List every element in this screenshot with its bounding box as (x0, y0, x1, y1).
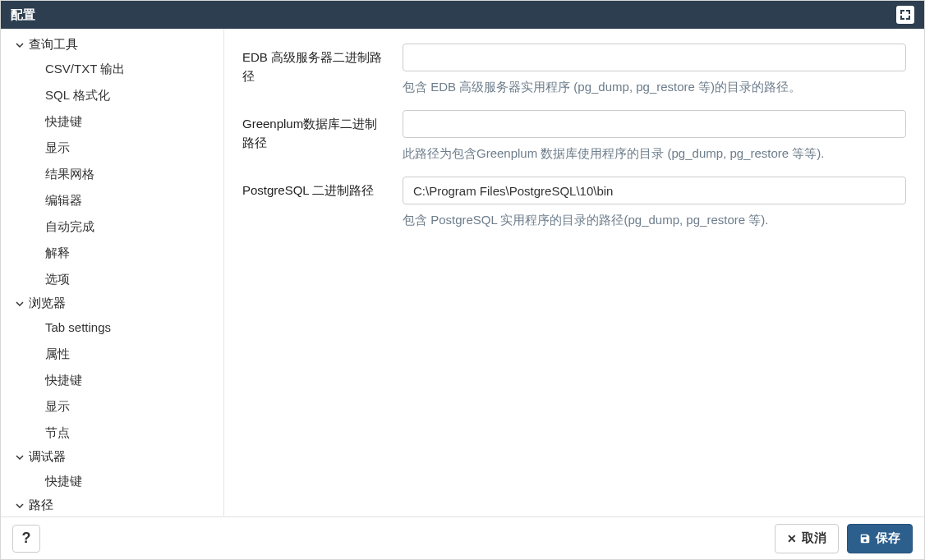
form-field: 此路径为包含Greenplum 数据库使用程序的目录 (pg_dump, pg_… (403, 110, 906, 162)
sidebar-category[interactable]: 调试器 (1, 446, 223, 468)
save-icon (859, 533, 871, 544)
dialog-footer: ? ✕ 取消 保存 (1, 516, 924, 559)
dialog-title: 配置 (11, 7, 35, 23)
sidebar-item[interactable]: 显示 (1, 135, 223, 161)
form-field: 包含 PostgreSQL 实用程序的目录的路径(pg_dump, pg_res… (403, 177, 906, 228)
sidebar-category[interactable]: 浏览器 (1, 292, 223, 314)
chevron-down-icon (14, 300, 25, 308)
sidebar-item[interactable]: 节点 (1, 420, 223, 446)
help-icon: ? (22, 530, 31, 547)
sidebar-category-label: 调试器 (29, 449, 66, 465)
sidebar-item[interactable]: 选项 (1, 266, 223, 292)
sidebar-item-label: CSV/TXT 输出 (45, 62, 125, 76)
maximize-icon (900, 8, 910, 22)
save-label: 保存 (876, 530, 900, 546)
sidebar-item-label: 显示 (45, 140, 70, 154)
sidebar-item-label: 快捷键 (45, 114, 82, 128)
form-field: 包含 EDB 高级服务器实用程序 (pg_dump, pg_restore 等)… (403, 44, 906, 95)
binary-path-input[interactable] (403, 110, 906, 138)
sidebar-item[interactable]: 解释 (1, 240, 223, 266)
footer-actions: ✕ 取消 保存 (775, 524, 913, 553)
sidebar-item-label: 节点 (45, 425, 70, 439)
cancel-button[interactable]: ✕ 取消 (775, 524, 839, 553)
chevron-down-icon (14, 502, 25, 510)
sidebar-item-label: 选项 (45, 272, 70, 286)
save-button[interactable]: 保存 (847, 524, 913, 553)
sidebar-item[interactable]: 结果网格 (1, 161, 223, 187)
sidebar-item-label: Tab settings (45, 320, 111, 334)
form-label: PostgreSQL 二进制路径 (242, 177, 403, 228)
preferences-content: EDB 高级服务器二进制路径包含 EDB 高级服务器实用程序 (pg_dump,… (224, 29, 924, 516)
preferences-sidebar[interactable]: 查询工具CSV/TXT 输出SQL 格式化快捷键显示结果网格编辑器自动完成解释选… (1, 29, 224, 516)
cancel-label: 取消 (802, 530, 826, 546)
form-row: PostgreSQL 二进制路径包含 PostgreSQL 实用程序的目录的路径… (242, 177, 906, 228)
sidebar-item-label: 编辑器 (45, 193, 82, 207)
sidebar-item[interactable]: 快捷键 (1, 367, 223, 393)
form-row: EDB 高级服务器二进制路径包含 EDB 高级服务器实用程序 (pg_dump,… (242, 44, 906, 95)
sidebar-item-label: 快捷键 (45, 373, 82, 387)
sidebar-item-label: 快捷键 (45, 474, 82, 488)
dialog-body: 查询工具CSV/TXT 输出SQL 格式化快捷键显示结果网格编辑器自动完成解释选… (1, 29, 924, 516)
sidebar-item-label: SQL 格式化 (45, 88, 110, 102)
chevron-down-icon (14, 41, 25, 49)
titlebar: 配置 (1, 1, 924, 29)
binary-path-input[interactable] (403, 177, 906, 204)
sidebar-item-label: 解释 (45, 246, 70, 259)
sidebar-item-label: 结果网格 (45, 167, 94, 181)
sidebar-category-label: 查询工具 (29, 37, 78, 53)
sidebar-item-label: 属性 (45, 347, 70, 360)
sidebar-category[interactable]: 路径 (1, 494, 223, 516)
chevron-down-icon (14, 453, 25, 461)
sidebar-item[interactable]: CSV/TXT 输出 (1, 56, 223, 82)
form-label: Greenplum数据库二进制路径 (242, 110, 403, 162)
form-help-text: 此路径为包含Greenplum 数据库使用程序的目录 (pg_dump, pg_… (403, 145, 906, 162)
maximize-button[interactable] (896, 6, 914, 24)
form-label: EDB 高级服务器二进制路径 (242, 44, 403, 95)
sidebar-item[interactable]: 快捷键 (1, 108, 223, 135)
preferences-dialog: 配置 查询工具CSV/TXT 输出SQL 格式化快捷键显示结果网格编辑器自动完成… (0, 0, 925, 560)
sidebar-item-label: 显示 (45, 399, 70, 413)
help-button[interactable]: ? (12, 525, 40, 553)
close-icon: ✕ (787, 532, 797, 545)
sidebar-item[interactable]: 显示 (1, 393, 223, 420)
sidebar-item[interactable]: 快捷键 (1, 468, 223, 494)
sidebar-item[interactable]: 编辑器 (1, 187, 223, 213)
sidebar-item[interactable]: SQL 格式化 (1, 82, 223, 108)
sidebar-item[interactable]: Tab settings (1, 314, 223, 341)
binary-path-input[interactable] (403, 44, 906, 71)
form-help-text: 包含 PostgreSQL 实用程序的目录的路径(pg_dump, pg_res… (403, 211, 906, 228)
form-row: Greenplum数据库二进制路径此路径为包含Greenplum 数据库使用程序… (242, 110, 906, 162)
sidebar-item[interactable]: 自动完成 (1, 213, 223, 240)
sidebar-category[interactable]: 查询工具 (1, 34, 223, 56)
sidebar-category-label: 浏览器 (29, 296, 66, 311)
sidebar-category-label: 路径 (29, 498, 53, 513)
sidebar-item-label: 自动完成 (45, 219, 94, 233)
sidebar-item[interactable]: 属性 (1, 341, 223, 367)
form-help-text: 包含 EDB 高级服务器实用程序 (pg_dump, pg_restore 等)… (403, 78, 906, 95)
